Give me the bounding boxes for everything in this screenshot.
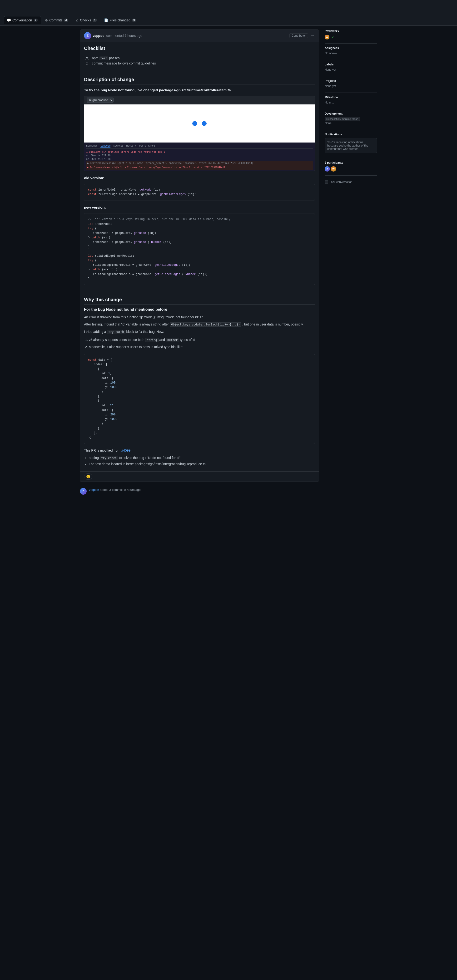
- kw-const-1: const: [88, 188, 97, 191]
- why-para-2: After testing, I found that 'id' variabl…: [84, 322, 315, 327]
- screenshot-toolbar: bugReproduce: [84, 96, 315, 105]
- screenshot-container: bugReproduce Elements Console Sources: [84, 96, 315, 171]
- new-code-line-3: innerModel = graphCore. getNode (id);: [88, 231, 311, 235]
- pr-modified-label: This PR is modified from: [84, 449, 120, 452]
- try-catch-code: try-catch: [100, 456, 118, 460]
- const-data-line-15: }: [88, 422, 311, 426]
- activity-description: added 3 commits 8 hours ago: [100, 488, 141, 492]
- console-error-line-3: at Item.ts:173:38: [86, 157, 313, 161]
- projects-section: Projects None yet: [325, 79, 377, 88]
- checkbox-1-icon: [x]: [84, 56, 90, 60]
- commits-icon: ⊙: [45, 18, 48, 22]
- conversation-icon: 💬: [7, 18, 11, 22]
- screenshot-demo-select[interactable]: bugReproduce: [87, 97, 113, 103]
- console-error-line-5: ● PerformanceMeasure [@deflo null, name …: [86, 165, 313, 170]
- main-layout: Z zqqcee commented 7 hours ago Contribut…: [76, 26, 381, 501]
- const-data-line-1: const data = {: [88, 358, 311, 362]
- const-data-line-12: data: {: [88, 408, 311, 412]
- why-subtitle: For the bug Node not found mentioned bef…: [84, 307, 315, 312]
- console-error-line-1: ⚠ Uncaught (in promise) Error: Node not …: [86, 150, 313, 154]
- tab-files-changed[interactable]: 📄 Files changed 3: [101, 16, 139, 24]
- checklist-item-2: [x] commit message follows commit guidel…: [84, 61, 315, 65]
- sidebar-divider-3: [325, 76, 377, 76]
- notifications-text: You're receiving notifications because y…: [327, 141, 368, 151]
- const-data-line-16: },: [88, 426, 311, 431]
- why-para-2-text: After testing, I found that 'id' variabl…: [84, 322, 169, 326]
- new-version-label: new version:: [84, 205, 315, 210]
- participants-title: 2 participants: [325, 161, 377, 164]
- const-data-line-6: x: 100,: [88, 381, 311, 385]
- checklist-title: Checklist: [84, 46, 315, 53]
- milestone-value: No m...: [325, 101, 377, 104]
- tab-commits[interactable]: ⊙ Commits 4: [42, 16, 72, 24]
- content-area: Z zqqcee commented 7 hours ago Contribut…: [80, 30, 319, 497]
- why-inline-code-1: Object.keys(update).forEach((id)=>{...}): [170, 322, 241, 327]
- pr-bullet-list: adding try-catch to solves the bug : "No…: [89, 455, 315, 467]
- development-title: Development: [325, 112, 377, 115]
- comment-block: Z zqqcee commented 7 hours ago Contribut…: [80, 30, 319, 482]
- description-title: Description of change: [84, 77, 315, 84]
- activity-item: Z zqqcee added 3 commits 8 hours ago: [80, 485, 319, 497]
- console-tab-console[interactable]: Console: [100, 145, 110, 148]
- projects-value: None yet: [325, 84, 377, 88]
- new-code-line-7: let relatedEdgeInnerModels;: [88, 254, 311, 258]
- comment-header: Z zqqcee commented 7 hours ago Contribut…: [80, 30, 319, 42]
- sidebar-divider-8: [325, 175, 377, 176]
- dev-badge-container: Successfully merging these: [325, 117, 377, 121]
- number-code: number: [166, 338, 179, 342]
- blue-dot-1: [192, 121, 197, 126]
- const-data-line-9: },: [88, 394, 311, 399]
- tabs-bar: 💬 Conversation 2 ⊙ Commits 4 ☑ Checks 1 …: [0, 14, 457, 26]
- sidebar: Reviewers W ✓ Assignees No one— Labels N…: [325, 30, 377, 497]
- assignees-section: Assignees No one—: [325, 46, 377, 55]
- console-tab-elements: Elements: [86, 145, 97, 148]
- why-list: v5 already supports users to use both st…: [89, 337, 315, 350]
- comment-timestamp: commented 7 hours ago: [106, 34, 142, 38]
- comment-body: Checklist [x] npm test passes [x] commit…: [80, 42, 319, 471]
- tab-commits-badge: 4: [64, 19, 68, 22]
- tab-conversation[interactable]: 💬 Conversation 2: [4, 16, 41, 24]
- lock-checkbox[interactable]: [325, 180, 328, 184]
- comment-header-left: Z zqqcee commented 7 hours ago: [84, 32, 142, 39]
- labels-title: Labels: [325, 63, 377, 66]
- const-data-line-11: id: '2',: [88, 404, 311, 408]
- screenshot-console: Elements Console Sources Network Perform…: [84, 143, 315, 171]
- emoji-icon: 🙂: [86, 475, 90, 479]
- const-data-line-4: id: 1,: [88, 371, 311, 376]
- console-toolbar: Elements Console Sources Network Perform…: [86, 145, 313, 149]
- checks-icon: ☑: [75, 18, 78, 22]
- description-subtitle: To fix the bug Node not found, I've chan…: [84, 88, 315, 93]
- lock-section: Lock conversation: [325, 178, 377, 186]
- why-para-1: An error is throwed from this function '…: [84, 315, 315, 320]
- bullet-item-2: The test demo located in here: packages/…: [89, 461, 315, 466]
- const-data-code-block: const data = { nodes: [ { id: 1,: [84, 354, 315, 444]
- fn-getrelatededges-1: getRelatedEdges: [160, 193, 186, 196]
- labels-section: Labels None yet: [325, 63, 377, 72]
- new-code-comment-line: // 'id' variable is always string in her…: [88, 217, 311, 222]
- sidebar-divider-7: [325, 158, 377, 158]
- comment-more-options-button[interactable]: ···: [310, 33, 315, 38]
- why-section: Why this change For the bug Node not fou…: [84, 297, 315, 466]
- why-para-3-text: I tried adding a: [84, 330, 106, 334]
- assignees-title: Assignees: [325, 46, 377, 50]
- tab-files-changed-badge: 3: [132, 19, 136, 22]
- pr-modified-section: This PR is modified from #4599 adding tr…: [84, 448, 315, 466]
- sidebar-divider-5: [325, 109, 377, 109]
- activity-username[interactable]: zqqcee: [89, 488, 99, 492]
- reaction-bar: 🙂: [80, 471, 319, 482]
- kw-const-2: const: [88, 193, 97, 196]
- assignees-value: No one—: [325, 52, 377, 55]
- participants-section: 2 participants Z W: [325, 161, 377, 172]
- const-data-line-5: data: {: [88, 376, 311, 381]
- section-divider-1: [84, 71, 315, 71]
- add-reaction-button[interactable]: 🙂: [84, 474, 92, 480]
- tab-checks[interactable]: ☑ Checks 1: [72, 16, 100, 24]
- commenter-avatar: Z: [84, 32, 91, 39]
- checklist-item-1-label: npm test passes: [92, 56, 119, 60]
- why-para-3: I tried adding a try-catch block to fix …: [84, 329, 315, 334]
- const-data-line-13: x: 200,: [88, 412, 311, 417]
- pr-link[interactable]: #4599: [121, 449, 131, 452]
- dev-none: None: [325, 122, 377, 125]
- why-inline-code-2: try-catch: [107, 330, 126, 334]
- why-title: Why this change: [84, 297, 315, 305]
